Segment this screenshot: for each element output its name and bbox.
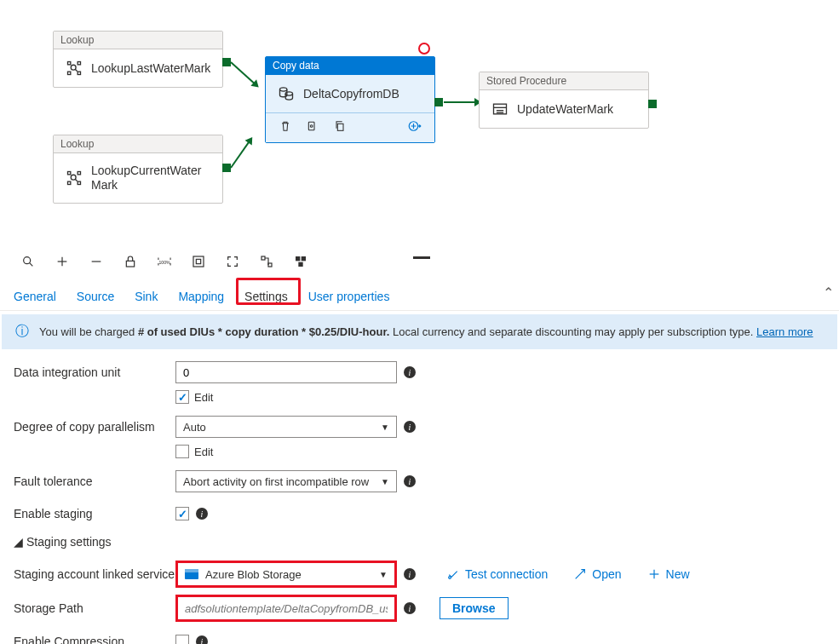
svg-rect-3 bbox=[78, 72, 80, 74]
triangle-down-icon: ◢ bbox=[14, 535, 23, 549]
svg-rect-14 bbox=[308, 122, 314, 129]
svg-rect-33 bbox=[296, 256, 300, 261]
database-copy-icon bbox=[278, 85, 295, 102]
svg-line-23 bbox=[30, 263, 33, 267]
svg-rect-29 bbox=[193, 256, 204, 267]
new-link[interactable]: New bbox=[647, 567, 690, 581]
zoom-100-icon[interactable]: 100% bbox=[157, 254, 172, 269]
delete-icon[interactable] bbox=[278, 118, 293, 134]
edit-label: Edit bbox=[194, 446, 213, 458]
search-icon[interactable] bbox=[20, 254, 36, 269]
connector-port[interactable] bbox=[222, 164, 231, 172]
activity-lookup-last-watermark[interactable]: Lookup LookupLastWaterMark bbox=[53, 31, 223, 88]
node-action-bar bbox=[266, 112, 434, 142]
activity-copy-data[interactable]: Copy data DeltaCopyfromDB bbox=[265, 56, 435, 143]
canvas-toolbar: 100% bbox=[0, 247, 839, 276]
storage-path-label: Storage Path bbox=[14, 601, 175, 615]
node-type-label: Lookup bbox=[54, 32, 222, 49]
staging-settings-toggle[interactable]: ◢ Staging settings bbox=[14, 535, 825, 549]
chevron-down-icon: ▼ bbox=[381, 423, 389, 432]
svg-rect-32 bbox=[268, 263, 272, 267]
svg-point-15 bbox=[310, 125, 313, 128]
tab-sink[interactable]: Sink bbox=[135, 283, 158, 310]
dop-select[interactable]: Auto ▼ bbox=[175, 416, 397, 438]
dop-edit-checkbox[interactable] bbox=[175, 445, 189, 458]
svg-rect-7 bbox=[78, 171, 80, 174]
svg-point-4 bbox=[71, 65, 76, 70]
highlight-settings-tab bbox=[236, 278, 301, 305]
node-title: LookupCurrentWater Mark bbox=[91, 164, 210, 193]
info-icon[interactable]: i bbox=[404, 568, 416, 580]
validation-error-icon bbox=[418, 43, 430, 55]
enable-staging-checkbox[interactable] bbox=[175, 507, 189, 520]
svg-rect-6 bbox=[68, 171, 71, 174]
linked-service-select[interactable]: Azure Blob Storage ▼ bbox=[175, 561, 397, 588]
activity-stored-procedure[interactable]: Stored Procedure UpdateWaterMark bbox=[479, 72, 649, 129]
node-title: UpdateWaterMark bbox=[517, 102, 613, 116]
tab-mapping[interactable]: Mapping bbox=[178, 283, 224, 310]
chevron-down-icon: ▼ bbox=[381, 477, 389, 486]
connector-port[interactable] bbox=[648, 100, 657, 108]
panel-resize-handle[interactable] bbox=[413, 256, 430, 259]
tab-general[interactable]: General bbox=[14, 283, 56, 310]
blob-storage-icon bbox=[185, 569, 198, 579]
svg-rect-34 bbox=[302, 256, 306, 261]
info-icon[interactable]: i bbox=[196, 508, 208, 520]
diu-label: Data integration unit bbox=[14, 365, 175, 379]
storage-path-input[interactable] bbox=[175, 595, 397, 622]
enable-staging-label: Enable staging bbox=[14, 507, 175, 520]
info-icon[interactable]: i bbox=[404, 475, 416, 487]
zoom-out-icon[interactable] bbox=[89, 254, 104, 269]
pipeline-canvas[interactable]: Lookup LookupLastWaterMark Lookup Lookup… bbox=[0, 0, 839, 239]
svg-rect-9 bbox=[78, 181, 80, 184]
browse-button[interactable]: Browse bbox=[440, 597, 509, 619]
info-icon: ⓘ bbox=[15, 323, 29, 341]
node-type-label: Copy data bbox=[266, 57, 434, 75]
connector-line bbox=[444, 101, 476, 103]
fullscreen-icon[interactable] bbox=[225, 254, 240, 269]
linked-service-label: Staging account linked service bbox=[14, 566, 175, 582]
node-type-label: Lookup bbox=[54, 135, 222, 153]
info-icon[interactable]: i bbox=[404, 602, 416, 614]
connector-line bbox=[230, 141, 250, 168]
chevron-down-icon: ▼ bbox=[379, 570, 388, 579]
pricing-info-banner: ⓘ You will be charged # of used DIUs * c… bbox=[2, 314, 837, 349]
search-icon bbox=[66, 60, 83, 77]
enable-compression-checkbox[interactable] bbox=[175, 635, 189, 644]
fault-tolerance-select[interactable]: Abort activity on first incompatible row… bbox=[175, 470, 397, 492]
info-icon[interactable]: i bbox=[404, 366, 416, 378]
node-title: DeltaCopyfromDB bbox=[303, 87, 399, 101]
info-icon[interactable]: i bbox=[196, 635, 208, 644]
info-icon[interactable]: i bbox=[404, 421, 416, 433]
tab-source[interactable]: Source bbox=[77, 283, 114, 310]
tab-user-properties[interactable]: User properties bbox=[308, 283, 390, 310]
learn-more-link[interactable]: Learn more bbox=[756, 325, 813, 338]
svg-point-12 bbox=[280, 88, 287, 91]
svg-rect-35 bbox=[298, 262, 302, 267]
clone-icon[interactable] bbox=[305, 118, 320, 134]
svg-text:100%: 100% bbox=[158, 260, 170, 265]
lock-icon[interactable] bbox=[123, 254, 138, 269]
svg-rect-16 bbox=[337, 124, 343, 130]
test-connection-link[interactable]: Test connection bbox=[446, 567, 548, 581]
activity-tabs: General Source Sink Mapping Settings Use… bbox=[0, 276, 839, 311]
diu-input[interactable] bbox=[175, 361, 397, 383]
svg-rect-27 bbox=[126, 261, 134, 267]
collapse-panel-icon[interactable]: ⌃ bbox=[823, 285, 834, 301]
auto-align-icon[interactable] bbox=[259, 254, 274, 269]
layout-icon[interactable] bbox=[293, 254, 308, 269]
fault-tolerance-label: Fault tolerance bbox=[14, 474, 175, 488]
svg-point-36 bbox=[449, 577, 451, 579]
activity-lookup-current-watermark[interactable]: Lookup LookupCurrentWater Mark bbox=[53, 135, 223, 204]
copy-icon[interactable] bbox=[332, 118, 348, 134]
open-link[interactable]: Open bbox=[573, 567, 621, 581]
add-output-icon[interactable] bbox=[407, 118, 422, 134]
zoom-in-icon[interactable] bbox=[55, 254, 70, 269]
search-icon bbox=[66, 170, 83, 187]
svg-rect-8 bbox=[68, 181, 71, 184]
svg-point-10 bbox=[71, 175, 76, 180]
connector-port[interactable] bbox=[434, 98, 443, 106]
fit-screen-icon[interactable] bbox=[191, 254, 206, 269]
stored-procedure-icon bbox=[491, 101, 509, 118]
diu-edit-checkbox[interactable] bbox=[175, 390, 189, 404]
